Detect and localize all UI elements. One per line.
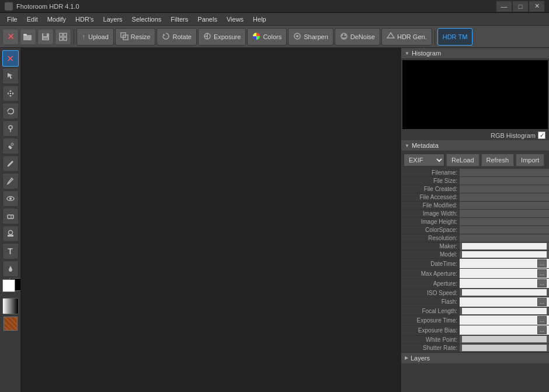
metadata-section-header[interactable]: ▼ Metadata — [401, 140, 549, 151]
new-button[interactable]: ✕ — [2, 29, 19, 45]
meta-input-datetime[interactable] — [462, 261, 537, 267]
reload-button[interactable]: ReLoad — [446, 154, 479, 166]
metadata-type-select[interactable]: EXIF IPTC XMP — [404, 154, 444, 166]
refresh-button[interactable]: Refresh — [481, 154, 515, 166]
meta-input-resolution[interactable] — [462, 235, 547, 241]
meta-input-exposurebias[interactable] — [462, 327, 537, 334]
hdrtm-button[interactable]: HDR TM — [437, 28, 473, 46]
meta-label-imgwidth: Image Width: — [401, 210, 460, 218]
tool-select[interactable] — [2, 68, 19, 84]
layers-section-header[interactable]: ▶ Layers — [401, 352, 549, 363]
meta-row-fileaccessed: File Accessed: — [401, 193, 549, 202]
meta-value-maxaperture: ... — [460, 269, 549, 279]
open-button[interactable] — [20, 29, 36, 45]
metadata-controls: EXIF IPTC XMP ReLoad Refresh Import — [401, 151, 549, 169]
meta-input-maker[interactable] — [462, 243, 547, 249]
meta-input-model[interactable] — [462, 251, 547, 258]
grid-button[interactable] — [55, 29, 71, 45]
meta-input-colorspace[interactable] — [462, 227, 547, 233]
tool-brush[interactable] — [2, 155, 19, 172]
denoise-button[interactable]: DeNoise — [335, 28, 380, 46]
meta-input-whitepoint[interactable] — [462, 336, 547, 342]
color-swatches[interactable] — [2, 279, 19, 296]
exposure-button[interactable]: Exposure — [198, 28, 246, 46]
right-panel: ▼ Histogram RGB Histogram ▼ Metadata EXI… — [401, 48, 549, 392]
tool-text[interactable]: T — [2, 243, 19, 259]
tool-bucket[interactable] — [2, 261, 19, 277]
title-bar: Fhotoroom HDR 4.1.0 — □ ✕ — [0, 0, 549, 13]
toolbar-separator-2 — [435, 29, 435, 44]
histogram-section-header[interactable]: ▼ Histogram — [401, 48, 549, 59]
meta-row-exposurebias: Exposure Bias: ... — [401, 325, 549, 335]
svg-rect-4 — [43, 37, 48, 40]
tool-pen[interactable] — [2, 173, 19, 189]
menu-layers[interactable]: Layers — [99, 13, 127, 26]
menu-modify[interactable]: Modify — [43, 13, 71, 26]
meta-value-flash: ... — [460, 297, 549, 307]
rotate-button[interactable]: Rotate — [157, 28, 196, 46]
tool-texture[interactable] — [2, 315, 19, 332]
meta-input-filecreated[interactable] — [462, 186, 547, 192]
menu-help[interactable]: Help — [248, 13, 271, 26]
foreground-color[interactable] — [2, 279, 15, 292]
meta-row-shutterrate: Shutter Rate: — [401, 344, 549, 352]
tool-eye[interactable] — [2, 190, 19, 207]
histogram-checkbox[interactable] — [538, 131, 545, 139]
tool-pin[interactable] — [2, 120, 19, 137]
menu-selections[interactable]: Selections — [127, 13, 166, 26]
maximize-button[interactable]: □ — [513, 1, 528, 12]
import-button[interactable]: Import — [516, 154, 544, 166]
meta-input-isospeed[interactable] — [462, 289, 547, 296]
flash-browse-btn[interactable]: ... — [537, 298, 547, 306]
meta-input-maxaperture[interactable] — [462, 270, 537, 277]
meta-label-colorspace: ColorSpace: — [401, 226, 460, 234]
meta-input-filesize[interactable] — [462, 178, 547, 184]
exposuretime-browse-btn[interactable]: ... — [537, 316, 547, 324]
minimize-button[interactable]: — — [496, 1, 512, 12]
save-button[interactable] — [37, 29, 54, 45]
meta-label-maker: Maker: — [401, 242, 460, 251]
canvas-area[interactable] — [21, 48, 401, 392]
tool-stamp[interactable] — [2, 226, 19, 242]
meta-input-filemodified[interactable] — [462, 202, 547, 209]
tool-eraser[interactable] — [2, 208, 19, 224]
menu-views[interactable]: Views — [222, 13, 248, 26]
meta-input-aperture[interactable] — [462, 280, 537, 287]
tool-gradient[interactable] — [2, 298, 19, 314]
meta-label-flash: Flash: — [401, 297, 460, 307]
meta-input-filename[interactable] — [462, 169, 547, 176]
menu-filters[interactable]: Filters — [166, 13, 193, 26]
menu-hdrs[interactable]: HDR's — [71, 13, 98, 26]
tool-cursor[interactable]: ✕ — [2, 50, 19, 67]
hdrgen-button[interactable]: HDR Gen. — [381, 28, 432, 46]
meta-input-exposuretime[interactable] — [462, 317, 537, 324]
meta-row-focallength: Focal Length: — [401, 307, 549, 315]
menu-panels[interactable]: Panels — [193, 13, 222, 26]
menu-file[interactable]: File — [2, 13, 22, 26]
datetime-browse-btn[interactable]: ... — [537, 259, 547, 268]
meta-value-exposuretime: ... — [460, 315, 549, 325]
sharpen-button[interactable]: Sharpen — [288, 28, 333, 46]
tool-lasso[interactable] — [2, 103, 19, 119]
colors-button[interactable]: Colors — [247, 28, 287, 46]
menu-edit[interactable]: Edit — [22, 13, 43, 26]
meta-input-imgheight[interactable] — [462, 218, 547, 225]
meta-input-focallength[interactable] — [462, 308, 547, 314]
meta-input-shutterrate[interactable] — [462, 345, 547, 351]
aperture-browse-btn[interactable]: ... — [537, 279, 547, 287]
tool-eyedropper[interactable] — [2, 138, 19, 154]
resize-button[interactable]: Resize — [115, 28, 156, 46]
title-bar-controls: — □ ✕ — [496, 1, 544, 12]
meta-value-fileaccessed — [460, 193, 549, 202]
meta-input-flash[interactable] — [462, 299, 537, 305]
close-button[interactable]: ✕ — [529, 1, 544, 12]
tool-move[interactable] — [2, 85, 19, 102]
meta-input-imgwidth[interactable] — [462, 210, 547, 217]
maxaperture-browse-btn[interactable]: ... — [537, 269, 547, 277]
meta-input-fileaccessed[interactable] — [462, 194, 547, 200]
upload-icon: ↑ — [82, 32, 86, 41]
upload-button[interactable]: ↑ Upload — [77, 28, 114, 46]
meta-label-filemodified: File Modified: — [401, 202, 460, 210]
meta-value-exposurebias: ... — [460, 325, 549, 335]
exposurebias-browse-btn[interactable]: ... — [537, 326, 547, 334]
